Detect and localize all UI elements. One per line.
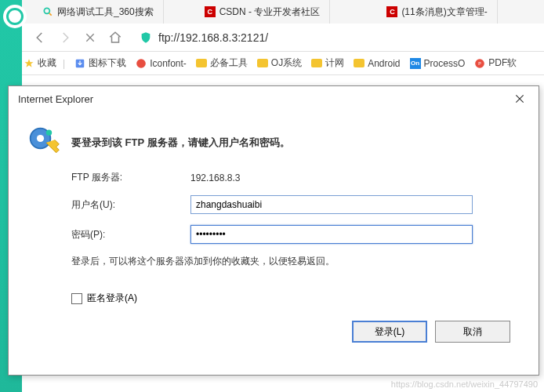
anonymous-label: 匿名登录(A) xyxy=(87,292,137,305)
password-input[interactable] xyxy=(190,225,473,244)
fav-label: 收藏 xyxy=(38,56,56,70)
tab-item[interactable]: 网络调试工具_360搜索 xyxy=(33,0,164,24)
tab-bar: 网络调试工具_360搜索 C CSDN - 专业开发者社区 C (11条消息)文… xyxy=(0,0,544,24)
bookmark-item[interactable]: 必备工具 xyxy=(196,56,248,70)
forward-button[interactable] xyxy=(58,31,72,45)
tab-item[interactable]: C CSDN - 专业开发者社区 xyxy=(195,0,331,24)
tab-label: CSDN - 专业开发者社区 xyxy=(219,5,321,19)
home-button[interactable] xyxy=(108,31,122,45)
anonymous-checkbox[interactable] xyxy=(71,293,82,304)
bm-label: 必备工具 xyxy=(210,56,248,70)
bm-label: Iconfont- xyxy=(150,58,187,69)
bm-label: 图标下载 xyxy=(89,56,126,70)
bookmark-item[interactable]: 图标下载 xyxy=(74,56,126,70)
dialog-heading: 要登录到该 FTP 服务器，请键入用户名和密码。 xyxy=(71,136,290,150)
folder-icon xyxy=(354,59,364,67)
bookmark-item[interactable]: Android xyxy=(354,58,400,69)
tab-item[interactable]: C (11条消息)文章管理- xyxy=(377,0,497,24)
close-icon xyxy=(514,93,525,104)
bookmark-bar: 收藏 | 图标下载 Iconfont- 必备工具 OJ系统 计网 Android… xyxy=(0,52,544,75)
shield-icon xyxy=(140,31,152,44)
login-button[interactable]: 登录(L) xyxy=(352,321,427,343)
url-bar[interactable]: ftp://192.168.8.3:2121/ xyxy=(140,31,268,44)
tab-label: 网络调试工具_360搜索 xyxy=(57,5,154,19)
server-value: 192.168.8.3 xyxy=(190,172,240,183)
download-icon xyxy=(74,58,85,69)
bm-label: PDF软 xyxy=(488,56,517,70)
stop-button[interactable] xyxy=(83,31,97,45)
info-text: 登录后，可以将这个服务器添加到你的收藏夹，以便轻易返回。 xyxy=(71,255,515,268)
svg-point-0 xyxy=(44,8,49,13)
folder-icon xyxy=(196,59,207,67)
username-input[interactable] xyxy=(190,195,473,214)
password-label: 密码(P): xyxy=(71,228,190,241)
tab-label: (11条消息)文章管理- xyxy=(401,5,487,19)
close-button[interactable] xyxy=(510,89,529,108)
nav-bar: ftp://192.168.8.3:2121/ xyxy=(0,24,544,52)
svg-point-3 xyxy=(136,59,146,68)
star-icon xyxy=(24,58,34,69)
bm-label: Android xyxy=(368,58,400,69)
url-text: ftp://192.168.8.3:2121/ xyxy=(158,31,268,44)
svg-point-8 xyxy=(37,135,44,142)
bm-label: OJ系统 xyxy=(271,56,302,70)
separator: | xyxy=(63,58,65,69)
ftp-login-dialog: Internet Explorer 要登录到该 FTP 服务器，请键入用户名和密… xyxy=(8,85,539,376)
watermark: https://blog.csdn.net/weixin_44797490 xyxy=(391,379,538,389)
folder-icon xyxy=(311,59,322,67)
cancel-button[interactable]: 取消 xyxy=(435,321,510,343)
csdn-icon: C xyxy=(386,6,397,17)
search-icon xyxy=(42,6,53,17)
bookmark-item[interactable]: Iconfont- xyxy=(136,58,187,69)
bm-label: 计网 xyxy=(325,56,344,70)
svg-text:P: P xyxy=(478,61,481,66)
iconfont-icon xyxy=(136,58,147,69)
key-icon xyxy=(27,125,62,160)
bookmark-item[interactable]: 计网 xyxy=(311,56,344,70)
bookmark-item[interactable]: OJ系统 xyxy=(257,56,302,70)
pdf-icon: P xyxy=(474,58,485,69)
folder-icon xyxy=(257,59,268,67)
favorites-button[interactable]: 收藏 | xyxy=(24,56,65,70)
bookmark-item[interactable]: OnProcessO xyxy=(410,58,466,69)
back-button[interactable] xyxy=(33,31,47,45)
browser-logo xyxy=(3,5,27,28)
csdn-icon: C xyxy=(205,6,216,17)
svg-line-1 xyxy=(49,13,52,16)
dialog-title-text: Internet Explorer xyxy=(18,93,93,105)
bookmark-item[interactable]: PPDF软 xyxy=(474,56,517,70)
username-label: 用户名(U): xyxy=(71,198,190,212)
bm-label: ProcessO xyxy=(424,58,466,69)
server-label: FTP 服务器: xyxy=(71,171,190,184)
processon-icon: On xyxy=(410,58,421,69)
svg-point-9 xyxy=(46,130,52,136)
dialog-titlebar: Internet Explorer xyxy=(9,86,539,111)
